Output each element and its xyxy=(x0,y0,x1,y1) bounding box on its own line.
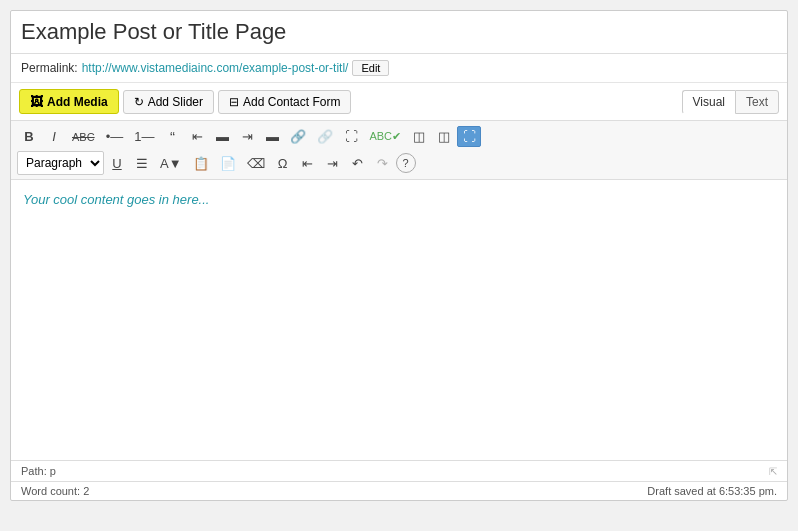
visual-tab[interactable]: Visual xyxy=(682,90,735,114)
add-contact-label: Add Contact Form xyxy=(243,95,340,109)
text-color-button[interactable]: A▼ xyxy=(155,153,187,174)
editor-container: Permalink: http://www.vistamediainc.com/… xyxy=(10,10,788,501)
toolbar-left: 🖼 Add Media ↻ Add Slider ⊟ Add Contact F… xyxy=(19,89,351,114)
text-tab[interactable]: Text xyxy=(735,90,779,114)
editor-content-area[interactable]: Your cool content goes in here... xyxy=(11,180,787,460)
insert-image-button[interactable]: ⛶ xyxy=(339,126,363,147)
permalink-bar: Permalink: http://www.vistamediainc.com/… xyxy=(11,54,787,83)
add-contact-button[interactable]: ⊟ Add Contact Form xyxy=(218,90,351,114)
add-media-button[interactable]: 🖼 Add Media xyxy=(19,89,119,114)
title-bar xyxy=(11,11,787,54)
unordered-list-button[interactable]: •— xyxy=(101,126,129,147)
indent-button[interactable]: ⇥ xyxy=(321,153,345,174)
strikethrough-button[interactable]: ABC xyxy=(67,128,100,146)
align-right-button[interactable]: ⇥ xyxy=(235,126,259,147)
path-value: p xyxy=(50,465,56,477)
path-info: Path: p xyxy=(21,465,56,477)
draft-status: Draft saved at 6:53:35 pm. xyxy=(647,485,777,497)
fmt-row-2: Paragraph Heading 1 Heading 2 Heading 3 … xyxy=(17,151,781,175)
contact-icon: ⊟ xyxy=(229,95,239,109)
word-count-label: Word count: xyxy=(21,485,80,497)
formatting-toolbar: B I ABC •— 1— “ ⇤ ▬ ⇥ ▬ 🔗 🔗 ⛶ ABC✔ ◫ ◫ ⛶… xyxy=(11,121,787,180)
table-button[interactable]: ◫ xyxy=(407,126,431,147)
word-count-value: 2 xyxy=(83,485,89,497)
fullscreen-button[interactable]: ⛶ xyxy=(457,126,481,147)
permalink-url[interactable]: http://www.vistamediainc.com/example-pos… xyxy=(82,61,349,75)
resize-handle[interactable]: ⇱ xyxy=(769,466,777,477)
underline-button[interactable]: U xyxy=(105,153,129,174)
post-title-input[interactable] xyxy=(21,19,777,45)
media-icon: 🖼 xyxy=(30,94,43,109)
view-tabs: Visual Text xyxy=(682,90,779,114)
italic-button[interactable]: I xyxy=(42,126,66,147)
path-label: Path: xyxy=(21,465,47,477)
special-char-button[interactable]: Ω xyxy=(271,153,295,174)
paste-text-button[interactable]: 📋 xyxy=(188,153,214,174)
undo-button[interactable]: ↶ xyxy=(346,153,370,174)
content-placeholder: Your cool content goes in here... xyxy=(23,192,209,207)
align-left-button[interactable]: ⇤ xyxy=(185,126,209,147)
text-align-button[interactable]: ☰ xyxy=(130,153,154,174)
redo-button[interactable]: ↷ xyxy=(371,153,395,174)
fmt-row-1: B I ABC •— 1— “ ⇤ ▬ ⇥ ▬ 🔗 🔗 ⛶ ABC✔ ◫ ◫ ⛶ xyxy=(17,125,781,148)
blockquote-button[interactable]: “ xyxy=(160,125,184,148)
add-slider-label: Add Slider xyxy=(148,95,203,109)
status-bar: Word count: 2 Draft saved at 6:53:35 pm. xyxy=(11,481,787,500)
spellcheck-button[interactable]: ABC✔ xyxy=(364,127,406,146)
remove-link-button[interactable]: 🔗 xyxy=(312,126,338,147)
align-justify-button[interactable]: ▬ xyxy=(260,126,284,147)
path-status-wrapper: Path: p ⇱ Word count: 2 Draft saved at 6… xyxy=(11,460,787,500)
add-slider-button[interactable]: ↻ Add Slider xyxy=(123,90,214,114)
slider-icon: ↻ xyxy=(134,95,144,109)
ordered-list-button[interactable]: 1— xyxy=(129,126,159,147)
permalink-label: Permalink: xyxy=(21,61,78,75)
table-insert-button[interactable]: ◫ xyxy=(432,126,456,147)
insert-link-button[interactable]: 🔗 xyxy=(285,126,311,147)
help-button[interactable]: ? xyxy=(396,153,416,173)
align-center-button[interactable]: ▬ xyxy=(210,126,234,147)
path-bar: Path: p ⇱ xyxy=(11,460,787,481)
outdent-button[interactable]: ⇤ xyxy=(296,153,320,174)
clear-format-button[interactable]: ⌫ xyxy=(242,153,270,174)
permalink-edit-button[interactable]: Edit xyxy=(352,60,389,76)
word-count: Word count: 2 xyxy=(21,485,89,497)
bold-button[interactable]: B xyxy=(17,126,41,147)
paste-word-button[interactable]: 📄 xyxy=(215,153,241,174)
paragraph-select[interactable]: Paragraph Heading 1 Heading 2 Heading 3 xyxy=(17,151,104,175)
add-media-label: Add Media xyxy=(47,95,108,109)
toolbar-top: 🖼 Add Media ↻ Add Slider ⊟ Add Contact F… xyxy=(11,83,787,121)
